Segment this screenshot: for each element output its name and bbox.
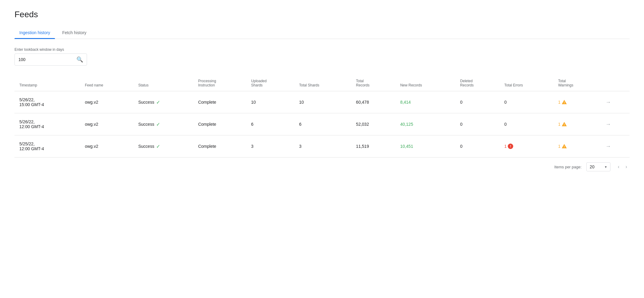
cell-new-records-1: 8,414 [395,91,455,113]
cell-uploaded-shards-3: 3 [246,135,294,157]
cell-timestamp-3: 5/25/22, 12:00 GMT-4 [14,135,80,157]
items-per-page-selector[interactable]: 20 ▼ [586,162,610,171]
col-total-shards: Total Shards [294,75,351,91]
data-table: Timestamp Feed name Status ProcessingIns… [14,75,630,157]
cell-deleted-records-2: 0 [455,113,499,135]
cell-status-2: Success ✓ [134,113,193,135]
items-per-page-label: Items per page: [554,165,581,169]
cell-total-warnings-3: 1 [553,135,601,157]
col-timestamp: Timestamp [14,75,80,91]
search-section: Enter lookback window in days 🔍 [14,47,630,66]
col-new-records: New Records [395,75,455,91]
col-status: Status [134,75,193,91]
warning-icon [562,144,567,149]
table-row: 5/26/22, 15:00 GMT-4 owg.v2 Success ✓ Co… [14,91,630,113]
cell-nav-1[interactable]: → [601,91,630,113]
cell-total-warnings-1: 1 [553,91,601,113]
check-icon: ✓ [156,121,160,127]
cell-total-shards-1: 10 [294,91,351,113]
col-total-warnings: TotalWarnings [553,75,601,91]
col-deleted-records: DeletedRecords [455,75,499,91]
cell-feed-name-1: owg.v2 [80,91,134,113]
col-total-records: TotalRecords [351,75,395,91]
cell-feed-name-3: owg.v2 [80,135,134,157]
cell-total-records-2: 52,032 [351,113,395,135]
items-per-page-value: 20 [590,164,594,169]
search-icon[interactable]: 🔍 [76,56,83,63]
cell-total-errors-3: 1 ! [500,135,553,157]
cell-status-3: Success ✓ [134,135,193,157]
row-nav-arrow[interactable]: → [606,121,611,127]
cell-uploaded-shards-2: 6 [246,113,294,135]
search-label: Enter lookback window in days [14,47,630,52]
prev-page-button[interactable]: ‹ [615,162,622,171]
cell-total-errors-2: 0 [500,113,553,135]
table-row: 5/26/22, 12:00 GMT-4 owg.v2 Success ✓ Co… [14,113,630,135]
cell-processing-3: Complete [193,135,246,157]
cell-total-shards-2: 6 [294,113,351,135]
cell-new-records-2: 40,125 [395,113,455,135]
cell-total-records-1: 60,478 [351,91,395,113]
cell-new-records-3: 10,451 [395,135,455,157]
tabs-bar: Ingestion history Fetch history [14,27,630,39]
search-box: 🔍 [14,53,87,66]
cell-uploaded-shards-1: 10 [246,91,294,113]
cell-total-shards-3: 3 [294,135,351,157]
row-nav-arrow[interactable]: → [606,143,611,149]
cell-processing-1: Complete [193,91,246,113]
warning-icon [562,121,567,127]
chevron-down-icon: ▼ [604,165,607,169]
search-input[interactable] [18,57,76,62]
col-nav [601,75,630,91]
table-row: 5/25/22, 12:00 GMT-4 owg.v2 Success ✓ Co… [14,135,630,157]
table-header-row: Timestamp Feed name Status ProcessingIns… [14,75,630,91]
cell-total-warnings-2: 1 [553,113,601,135]
cell-timestamp-1: 5/26/22, 15:00 GMT-4 [14,91,80,113]
cell-nav-3[interactable]: → [601,135,630,157]
cell-nav-2[interactable]: → [601,113,630,135]
warning-icon [562,99,567,105]
tab-ingestion-history[interactable]: Ingestion history [14,27,55,39]
check-icon: ✓ [156,99,160,105]
cell-timestamp-2: 5/26/22, 12:00 GMT-4 [14,113,80,135]
check-icon: ✓ [156,144,160,149]
cell-total-records-3: 11,519 [351,135,395,157]
col-feed-name: Feed name [80,75,134,91]
col-processing-instruction: ProcessingInstruction [193,75,246,91]
cell-feed-name-2: owg.v2 [80,113,134,135]
page-nav: ‹ › [615,162,630,171]
col-total-errors: Total Errors [500,75,553,91]
cell-processing-2: Complete [193,113,246,135]
error-icon: ! [508,144,513,149]
tab-fetch-history[interactable]: Fetch history [57,27,91,39]
page-container: Feeds Ingestion history Fetch history En… [0,0,644,186]
cell-deleted-records-3: 0 [455,135,499,157]
cell-total-errors-1: 0 [500,91,553,113]
col-uploaded-shards: UploadedShards [246,75,294,91]
page-title: Feeds [14,10,630,19]
next-page-button[interactable]: › [623,162,630,171]
cell-deleted-records-1: 0 [455,91,499,113]
row-nav-arrow[interactable]: → [606,99,611,105]
pagination: Items per page: 20 ▼ ‹ › [14,157,630,176]
cell-status-1: Success ✓ [134,91,193,113]
